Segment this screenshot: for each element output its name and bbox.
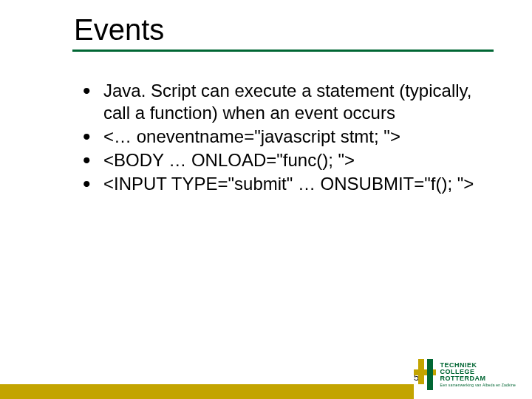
bullet-item: <… oneventname="javascript stmt; "> (83, 126, 480, 148)
bullet-list: Java. Script can execute a statement (ty… (83, 80, 480, 195)
slide: Events Java. Script can execute a statem… (0, 0, 532, 399)
slide-title: Events (74, 13, 532, 47)
logo-line: ROTTERDAM (440, 375, 516, 382)
logo-text: TECHNIEK COLLEGE ROTTERDAM Een samenwerk… (440, 362, 516, 387)
footer-bar (0, 384, 414, 399)
logo: TECHNIEK COLLEGE ROTTERDAM Een samenwerk… (414, 359, 516, 390)
bullet-item: <BODY … ONLOAD="func(); "> (83, 149, 480, 171)
title-area: Events (0, 0, 532, 47)
logo-icon (414, 359, 436, 390)
bullet-item: <INPUT TYPE="submit" … ONSUBMIT="f(); "> (83, 173, 480, 195)
content-area: Java. Script can execute a statement (ty… (0, 52, 532, 195)
logo-subtitle: Een samenwerking van Albeda en Zadkine (440, 383, 516, 387)
bullet-item: Java. Script can execute a statement (ty… (83, 80, 480, 124)
